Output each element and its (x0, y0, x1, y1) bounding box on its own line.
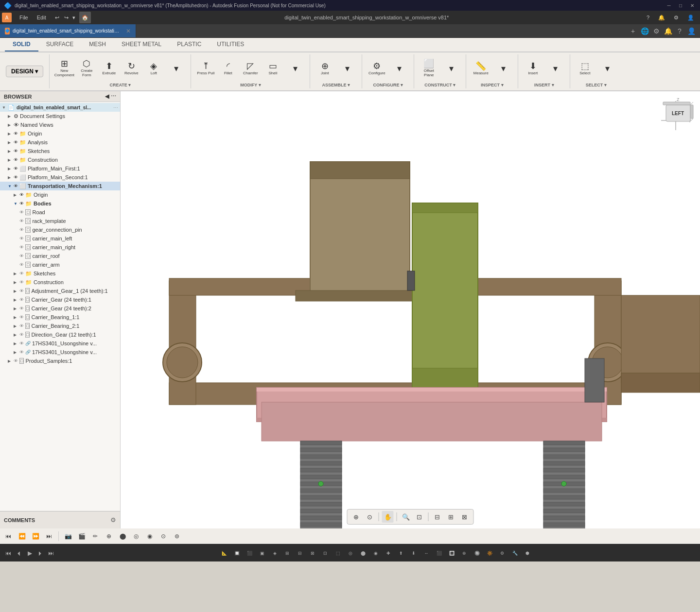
menu-item-account[interactable]: 👤 (683, 12, 698, 23)
sec-btn-6[interactable]: 🎬 (75, 530, 88, 543)
timeline-next-button[interactable]: ⏵ (36, 549, 45, 558)
subtab-sheetmetal[interactable]: SHEET METAL (114, 38, 169, 51)
timeline-prev-button[interactable]: ⏴ (15, 549, 23, 558)
comments-settings-button[interactable]: ⚙ (110, 516, 116, 524)
tree-item-product-samples[interactable]: ▶ 👁 □ Product_Samples:1 (0, 357, 120, 365)
sec-btn-9[interactable]: ⬤ (116, 530, 129, 543)
grid-settings-button[interactable]: ⊞ (445, 511, 457, 523)
arrow[interactable]: ▶ (8, 132, 14, 136)
tab-actions[interactable]: + 🌐 ⚙ 🔔 ? 👤 (624, 24, 700, 37)
tree-item-17hs-1[interactable]: ▶ 👁 🔗 17HS3401_Usongshine v... (0, 339, 120, 348)
tree-item-transportation[interactable]: ▼ 👁 ⬜ Transportation_Mechanism:1 (0, 182, 120, 190)
tool-revolve[interactable]: ↻ Revolve (121, 56, 142, 81)
tree-item-sketches-sub[interactable]: ▶ 👁 📁 Sketches (0, 269, 120, 278)
redo-button[interactable]: ↪ (62, 12, 70, 23)
view-btn-5[interactable]: ◈ (269, 548, 280, 559)
view-btn-12[interactable]: ⬤ (358, 548, 368, 559)
undo-dropdown[interactable]: ▾ (71, 12, 76, 23)
subtab-surface[interactable]: SURFACE (38, 38, 82, 51)
tree-item-carrier-main-left[interactable]: 👁 □ carrier_main_left (0, 234, 120, 243)
sec-btn-8[interactable]: ⊕ (103, 530, 115, 543)
tool-shell[interactable]: ▭ Shell (262, 56, 283, 81)
tool-inspect-more[interactable]: ▾ (492, 56, 514, 81)
menu-item-notifications[interactable]: 🔔 (654, 12, 669, 23)
arrow[interactable]: ▶ (14, 298, 19, 302)
tool-extrude[interactable]: ⬆ Extrude (98, 56, 120, 81)
view-btn-15[interactable]: ⬆ (396, 548, 406, 559)
design-mode-button[interactable]: DESIGN ▾ (6, 66, 43, 77)
view-btn-25[interactable]: ⬢ (522, 548, 533, 559)
sec-btn-12[interactable]: ⊙ (157, 530, 170, 543)
tool-create-more[interactable]: ▾ (165, 56, 187, 81)
root-arrow[interactable]: ▼ (2, 105, 8, 110)
view-btn-2[interactable]: 🔲 (231, 548, 242, 559)
tree-item-rack-template[interactable]: 👁 □ rack_template (0, 217, 120, 225)
arrow[interactable]: ▶ (14, 324, 19, 328)
settings-tab-button[interactable]: ⚙ (651, 26, 661, 36)
timeline-start-button[interactable]: ⏮ (4, 549, 13, 558)
window-zoom-button[interactable]: ⊡ (414, 511, 425, 523)
tree-item-construction-1[interactable]: ▶ 👁 📁 Construction (0, 155, 120, 164)
tree-item-construction-sub[interactable]: ▶ 👁 📁 Construction (0, 278, 120, 287)
new-tab-button[interactable]: + (628, 26, 638, 36)
sec-btn-13[interactable]: ⊚ (171, 530, 183, 543)
tree-item-road[interactable]: 👁 □ Road (0, 208, 120, 217)
undo-redo-group[interactable]: ↩ ↪ ▾ (53, 12, 76, 23)
tree-item-doc-settings[interactable]: ▶ ⚙ Document Settings (0, 112, 120, 120)
view-btn-21[interactable]: 🔘 (472, 548, 482, 559)
arrow[interactable]: ▶ (8, 140, 14, 145)
view-btn-9[interactable]: ⊡ (320, 548, 331, 559)
root-options[interactable]: ⋯ (113, 105, 118, 110)
main-tab[interactable]: 🔷 digital_twin_enabled_smart_shipping_wo… (0, 24, 136, 37)
view-btn-1[interactable]: 📐 (219, 548, 229, 559)
sec-btn-5[interactable]: 📷 (62, 530, 74, 543)
view-btn-13[interactable]: ◉ (370, 548, 381, 559)
tool-modify-more[interactable]: ▾ (284, 56, 306, 81)
tool-loft[interactable]: ◈ Loft (143, 56, 164, 81)
subtab-mesh[interactable]: MESH (81, 38, 114, 51)
arrow[interactable]: ▶ (14, 272, 19, 276)
tree-item-carrier-gear-2[interactable]: ▶ 👁 □ Carrier_Gear (24 teeth):2 (0, 304, 120, 313)
tab-close-button[interactable]: ✕ (126, 28, 131, 34)
subtab-solid[interactable]: SOLID (5, 38, 38, 51)
title-controls[interactable]: ─ □ ✕ (665, 1, 696, 9)
menu-item-file[interactable]: File (16, 12, 32, 23)
view-btn-24[interactable]: 🔧 (509, 548, 520, 559)
notification-tab-button[interactable]: 🔔 (663, 26, 673, 36)
sec-btn-1[interactable]: ⏮ (2, 530, 15, 543)
close-button[interactable]: ✕ (688, 1, 696, 9)
tool-press-pull[interactable]: ⤒ Press Pull (195, 56, 216, 81)
arrow[interactable]: ▼ (14, 202, 19, 206)
view-btn-16[interactable]: ⬇ (408, 548, 419, 559)
profile-tab-button[interactable]: 👤 (686, 26, 696, 36)
arrow[interactable]: ▼ (8, 184, 14, 188)
tree-item-named-views[interactable]: ▶ 👁 Named Views (0, 120, 120, 129)
arrow[interactable]: ▶ (8, 123, 14, 127)
tree-item-platform-main-second[interactable]: ▶ 👁 ⬜ Platform_Main_Second:1 (0, 173, 120, 182)
tool-measure[interactable]: 📏 Measure (470, 56, 491, 81)
help-tab-button[interactable]: ? (675, 26, 684, 36)
sec-btn-4[interactable]: ⏭ (43, 530, 55, 543)
viewport[interactable]: Y Z LEFT ⊕ ⊙ ✋ 🔍 ⊡ ⊟ (121, 91, 700, 528)
sec-btn-3[interactable]: ⏩ (29, 530, 42, 543)
maximize-button[interactable]: □ (677, 1, 684, 9)
tree-item-analysis[interactable]: ▶ 👁 📁 Analysis (0, 138, 120, 147)
arrow[interactable]: ▶ (8, 149, 14, 153)
tool-insert-more[interactable]: ▾ (544, 56, 566, 81)
subtab-utilities[interactable]: UTILITIES (209, 38, 252, 51)
tree-item-sketches[interactable]: ▶ 👁 📁 Sketches (0, 147, 120, 155)
tree-item-17hs-2[interactable]: ▶ 👁 🔗 17HS3401_Usongshine v... (0, 348, 120, 357)
zoom-button[interactable]: 🔍 (400, 511, 412, 523)
sec-btn-11[interactable]: ◉ (143, 530, 156, 543)
view-btn-6[interactable]: ⊞ (282, 548, 293, 559)
tree-item-origin[interactable]: ▶ 👁 📁 Origin (0, 129, 120, 138)
view-btn-19[interactable]: 🔳 (446, 548, 457, 559)
tree-item-gear-connection-pin[interactable]: 👁 □ gear_connection_pin (0, 225, 120, 234)
arrow[interactable]: ▶ (14, 333, 19, 337)
display-settings-button[interactable]: ⊟ (432, 511, 443, 523)
arrow[interactable]: ▶ (14, 280, 19, 285)
tool-chamfer[interactable]: ◸ Chamfer (240, 56, 261, 81)
arrow[interactable]: ▶ (14, 193, 19, 197)
more-view-tools-button[interactable]: ⊠ (459, 511, 471, 523)
tool-new-component[interactable]: ⊞ New Component (53, 56, 75, 81)
